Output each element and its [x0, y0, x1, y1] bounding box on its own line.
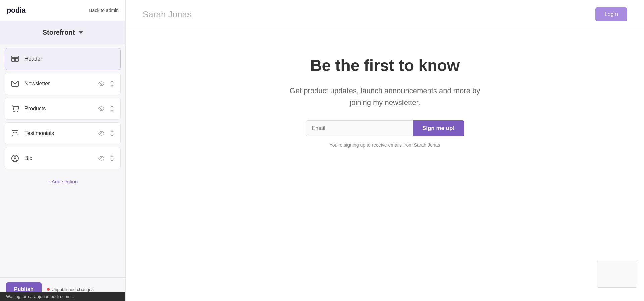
bio-actions [97, 155, 116, 162]
svg-point-14 [14, 157, 16, 159]
section-name-bio: Bio [24, 155, 97, 161]
preview-site-name: Sarah Jonas [143, 9, 192, 20]
main-preview: Sarah Jonas Login Be the first to know G… [126, 0, 644, 301]
preview-content: Be the first to know Get product updates… [126, 29, 644, 168]
svg-rect-1 [12, 58, 15, 61]
back-to-admin-button[interactable]: Back to admin [89, 8, 119, 13]
header-icon [10, 54, 20, 64]
section-name-newsletter: Newsletter [24, 81, 97, 87]
products-icon [10, 103, 20, 114]
svg-rect-0 [12, 56, 18, 58]
products-actions [97, 105, 116, 112]
svg-point-15 [101, 158, 102, 159]
signup-hint: You're signing up to receive emails from… [330, 142, 440, 148]
email-input[interactable] [306, 120, 413, 136]
status-bar: Waiting for sarahjonas.podia.com... [0, 292, 125, 301]
signup-button[interactable]: Sign me up! [413, 120, 464, 136]
sidebar-top: podia Back to admin [0, 0, 125, 21]
bio-icon [10, 153, 20, 164]
section-name-testimonials: Testimonials [24, 130, 97, 136]
svg-point-12 [101, 133, 102, 134]
testimonials-reorder-button[interactable] [108, 130, 116, 137]
products-reorder-button[interactable] [108, 105, 116, 112]
section-item-testimonials[interactable]: Testimonials [5, 122, 121, 144]
newsletter-visibility-button[interactable] [97, 80, 106, 87]
newsletter-title: Be the first to know [310, 56, 460, 75]
bio-visibility-button[interactable] [97, 155, 106, 162]
bio-reorder-button[interactable] [108, 155, 116, 162]
newsletter-actions [97, 80, 116, 87]
svg-rect-2 [15, 58, 18, 61]
svg-point-4 [101, 83, 102, 85]
svg-point-7 [17, 111, 18, 112]
svg-point-6 [14, 111, 14, 112]
section-item-bio[interactable]: Bio [5, 147, 121, 169]
section-item-header[interactable]: Header [5, 48, 121, 70]
preview-header: Sarah Jonas Login [126, 0, 644, 29]
unpublished-badge: Unpublished changes [47, 287, 94, 292]
login-button[interactable]: Login [595, 7, 627, 21]
newsletter-reorder-button[interactable] [108, 80, 116, 87]
unpublished-label: Unpublished changes [52, 287, 94, 292]
newsletter-form: Sign me up! [306, 120, 464, 136]
podia-logo: podia [7, 6, 25, 15]
section-item-newsletter[interactable]: Newsletter [5, 73, 121, 95]
newsletter-icon [10, 78, 20, 89]
testimonials-icon [10, 128, 20, 139]
storefront-label: Storefront [43, 28, 75, 36]
testimonials-visibility-button[interactable] [97, 130, 106, 137]
newsletter-description: Get product updates, launch announcement… [288, 85, 482, 108]
sidebar: podia Back to admin Storefront Header [0, 0, 126, 301]
storefront-selector[interactable]: Storefront [0, 21, 125, 44]
unpublished-dot [47, 288, 50, 291]
section-name-products: Products [24, 106, 97, 112]
recaptcha-box [597, 261, 637, 288]
sections-list: Header Newsletter [0, 44, 125, 277]
testimonials-actions [97, 130, 116, 137]
add-section-button[interactable]: + Add section [5, 172, 121, 191]
section-item-products[interactable]: Products [5, 98, 121, 120]
section-name-header: Header [24, 56, 116, 62]
chevron-down-icon [79, 31, 83, 34]
products-visibility-button[interactable] [97, 105, 106, 112]
svg-point-8 [101, 108, 102, 110]
